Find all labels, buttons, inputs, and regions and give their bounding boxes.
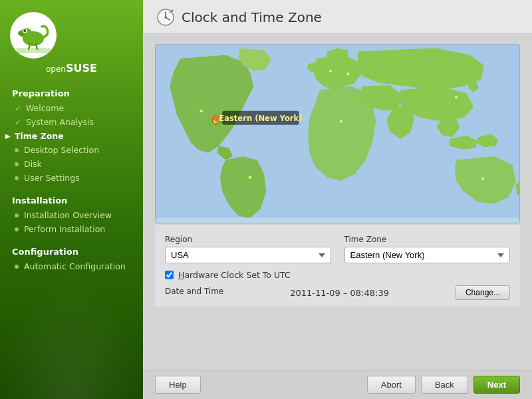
section-preparation: Preparation [0,83,143,101]
checkmark-icon: ✓ [15,103,22,113]
hwclock-checkbox[interactable] [165,271,174,279]
sidebar-item-installation-overview[interactable]: Installation Overview [0,208,143,222]
logo-area [0,0,143,68]
main-area: Clock and Time Zone [143,0,532,399]
hwclock-label[interactable]: Hardware Clock Set To UTC [178,270,291,280]
section-installation: Installation [0,190,143,208]
sidebar-item-disk[interactable]: Disk [0,157,143,171]
map-label: Eastern (New York) [219,114,302,123]
dot-icon [15,213,19,217]
checkmark-icon: ✓ [15,117,22,127]
svg-point-19 [200,109,203,112]
section-configuration: Configuration [0,241,143,259]
region-label: Region [165,235,331,244]
world-map[interactable]: Eastern (New York) [155,44,520,223]
sidebar-item-desktop-selection[interactable]: Desktop Selection [0,143,143,157]
region-select[interactable]: USAEuropeAsiaAfricaAmericasPacific [165,247,331,263]
footer-left: Help [155,376,201,394]
svg-point-27 [215,118,219,122]
timezone-label: Time Zone [344,235,511,244]
abort-button[interactable]: Abort [367,376,416,394]
datetime-label: Date and Time [165,287,223,296]
brand-text: openSUSE [0,62,143,74]
map-svg: Eastern (New York) [156,45,519,223]
dot-icon [15,176,19,180]
dot-icon [15,162,19,166]
chameleon-icon [13,15,54,56]
footer-right: Abort Back Next [367,376,520,394]
sidebar-item-automatic-configuration[interactable]: Automatic Configuration [0,259,143,273]
datetime-row: Date and Time 2011-11-09 – 08:48:39 Chan… [165,285,510,300]
region-timezone-row: Region USAEuropeAsiaAfricaAmericasPacifi… [165,235,510,263]
sidebar-item-perform-installation[interactable]: Perform Installation [0,222,143,236]
sidebar-item-system-analysis[interactable]: ✓ System Analysis [0,115,143,129]
dot-icon [15,227,19,231]
dot-icon [15,265,19,269]
sidebar-item-time-zone[interactable]: Time Zone [0,129,143,143]
svg-point-20 [329,69,332,72]
footer: Help Abort Back Next [143,370,532,399]
content-area: Eastern (New York) Region USAEuropeAsiaA… [143,34,532,370]
sidebar-nav: Preparation ✓ Welcome ✓ System Analysis … [0,80,143,399]
form-area: Region USAEuropeAsiaAfricaAmericasPacifi… [155,225,520,307]
svg-point-25 [249,176,252,179]
svg-point-23 [455,95,458,98]
help-button[interactable]: Help [155,376,201,394]
sidebar-item-user-settings[interactable]: User Settings [0,171,143,185]
svg-point-22 [339,120,342,123]
svg-point-24 [481,177,484,180]
datetime-value: 2011-11-09 – 08:48:39 [233,288,446,298]
svg-point-6 [23,29,24,30]
clock-icon [156,8,175,27]
logo-circle [10,12,57,59]
next-button[interactable]: Next [473,376,520,394]
hwclock-row: Hardware Clock Set To UTC [165,270,510,280]
svg-rect-9 [16,48,51,53]
svg-point-21 [346,72,350,76]
dot-icon [15,148,19,152]
timezone-group: Time Zone Eastern (New York)CentralMount… [344,235,511,263]
sidebar-item-welcome[interactable]: ✓ Welcome [0,101,143,115]
page-header: Clock and Time Zone [143,0,532,34]
change-button[interactable]: Change... [456,285,510,300]
back-button[interactable]: Back [421,376,468,394]
svg-point-14 [165,17,167,19]
page-title: Clock and Time Zone [182,9,322,25]
region-group: Region USAEuropeAsiaAfricaAmericasPacifi… [165,235,331,263]
sidebar: openSUSE Preparation ✓ Welcome ✓ System … [0,0,143,399]
timezone-select[interactable]: Eastern (New York)CentralMountainPacific… [344,247,511,263]
